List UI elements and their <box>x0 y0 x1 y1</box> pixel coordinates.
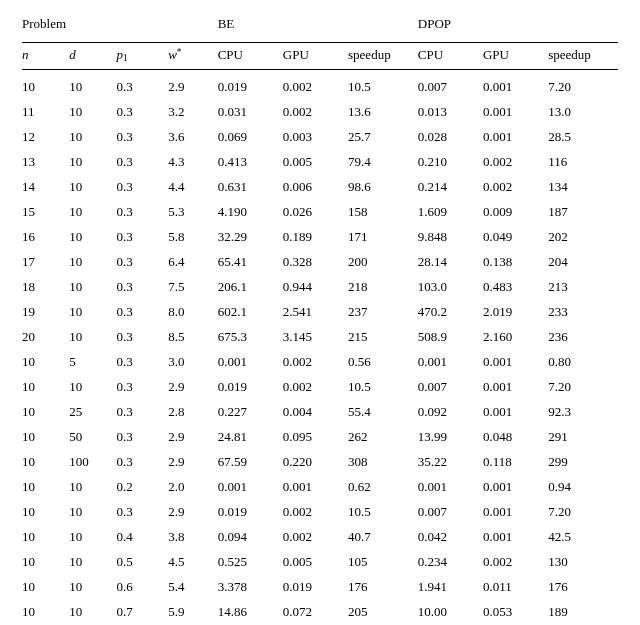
cell: 0.042 <box>418 525 483 550</box>
cell: 79.4 <box>348 150 418 175</box>
cell: 10 <box>22 375 69 400</box>
cell: 28.5 <box>548 125 618 150</box>
table-row: 20100.38.5675.33.145215508.92.160236 <box>22 325 618 350</box>
cell: 0.001 <box>483 400 548 425</box>
col-be-sp: speedup <box>348 43 418 70</box>
cell: 4.4 <box>168 175 217 200</box>
col-dp-cpu: CPU <box>418 43 483 70</box>
cell: 206.1 <box>218 275 283 300</box>
cell: 0.3 <box>116 450 168 475</box>
cell: 0.220 <box>283 450 348 475</box>
cell: 10 <box>69 325 116 350</box>
cell: 0.944 <box>283 275 348 300</box>
cell: 10 <box>22 425 69 450</box>
cell: 176 <box>548 575 618 600</box>
cell: 3.6 <box>168 125 217 150</box>
cell: 0.3 <box>116 400 168 425</box>
table-row: 10100.32.90.0190.00210.50.0070.0017.20 <box>22 500 618 525</box>
cell: 10.5 <box>348 70 418 100</box>
cell: 10 <box>22 575 69 600</box>
cell: 10 <box>69 70 116 100</box>
cell: 0.001 <box>483 500 548 525</box>
cell: 0.56 <box>348 350 418 375</box>
cell: 0.011 <box>483 575 548 600</box>
cell: 9.848 <box>418 225 483 250</box>
cell: 0.031 <box>218 100 283 125</box>
cell: 0.072 <box>283 600 348 625</box>
cell: 0.094 <box>218 525 283 550</box>
cell: 3.145 <box>283 325 348 350</box>
cell: 17 <box>22 250 69 275</box>
cell: 134 <box>548 175 618 200</box>
cell: 0.002 <box>483 175 548 200</box>
cell: 0.092 <box>418 400 483 425</box>
cell: 0.019 <box>218 70 283 100</box>
cell: 10 <box>22 500 69 525</box>
cell: 4.5 <box>168 550 217 575</box>
cell: 0.3 <box>116 250 168 275</box>
cell: 0.3 <box>116 425 168 450</box>
cell: 10 <box>22 350 69 375</box>
table-row: 18100.37.5206.10.944218103.00.483213 <box>22 275 618 300</box>
cell: 213 <box>548 275 618 300</box>
cell: 202 <box>548 225 618 250</box>
cell: 2.9 <box>168 450 217 475</box>
cell: 299 <box>548 450 618 475</box>
cell: 0.007 <box>418 70 483 100</box>
results-table: Problem BE DPOP n d p1 w* CPU GPU speedu… <box>22 14 618 625</box>
table-row: 101000.32.967.590.22030835.220.118299 <box>22 450 618 475</box>
cell: 0.002 <box>283 375 348 400</box>
cell: 0.002 <box>483 550 548 575</box>
cell: 10 <box>69 100 116 125</box>
cell: 0.525 <box>218 550 283 575</box>
cell: 0.009 <box>483 200 548 225</box>
table-body: 10100.32.90.0190.00210.50.0070.0017.2011… <box>22 70 618 626</box>
cell: 0.007 <box>418 500 483 525</box>
cell: 116 <box>548 150 618 175</box>
table-row: 10100.32.90.0190.00210.50.0070.0017.20 <box>22 70 618 100</box>
cell: 0.019 <box>218 375 283 400</box>
table-row: 1050.33.00.0010.0020.560.0010.0010.80 <box>22 350 618 375</box>
cell: 2.541 <box>283 300 348 325</box>
table-row: 16100.35.832.290.1891719.8480.049202 <box>22 225 618 250</box>
cell: 237 <box>348 300 418 325</box>
cell: 176 <box>348 575 418 600</box>
cell: 2.9 <box>168 375 217 400</box>
cell: 0.026 <box>283 200 348 225</box>
cell: 0.001 <box>483 475 548 500</box>
cell: 10 <box>69 500 116 525</box>
cell: 103.0 <box>418 275 483 300</box>
cell: 10 <box>69 200 116 225</box>
cell: 218 <box>348 275 418 300</box>
col-be-gpu: GPU <box>283 43 348 70</box>
cell: 42.5 <box>548 525 618 550</box>
cell: 13 <box>22 150 69 175</box>
table-row: 10100.22.00.0010.0010.620.0010.0010.94 <box>22 475 618 500</box>
cell: 3.378 <box>218 575 283 600</box>
cell: 35.22 <box>418 450 483 475</box>
cell: 0.328 <box>283 250 348 275</box>
cell: 3.8 <box>168 525 217 550</box>
cell: 0.053 <box>483 600 548 625</box>
cell: 13.6 <box>348 100 418 125</box>
cell: 0.3 <box>116 100 168 125</box>
table-row: 12100.33.60.0690.00325.70.0280.00128.5 <box>22 125 618 150</box>
col-dp-sp: speedup <box>548 43 618 70</box>
cell: 0.013 <box>418 100 483 125</box>
cell: 0.002 <box>283 525 348 550</box>
cell: 602.1 <box>218 300 283 325</box>
cell: 0.019 <box>218 500 283 525</box>
cell: 2.0 <box>168 475 217 500</box>
cell: 10.00 <box>418 600 483 625</box>
cell: 205 <box>348 600 418 625</box>
cell: 675.3 <box>218 325 283 350</box>
cell: 0.002 <box>283 100 348 125</box>
cell: 10 <box>22 70 69 100</box>
col-d: d <box>69 43 116 70</box>
cell: 5.9 <box>168 600 217 625</box>
table-row: 10100.54.50.5250.0051050.2340.002130 <box>22 550 618 575</box>
cell: 55.4 <box>348 400 418 425</box>
cell: 65.41 <box>218 250 283 275</box>
table-row: 17100.36.465.410.32820028.140.138204 <box>22 250 618 275</box>
col-be-cpu: CPU <box>218 43 283 70</box>
